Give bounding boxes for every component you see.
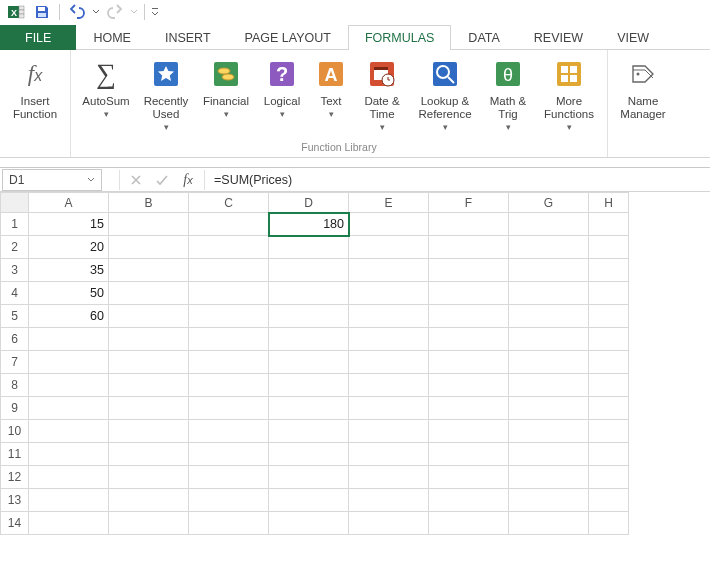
cell-G2[interactable] — [509, 236, 589, 259]
cell-B14[interactable] — [109, 512, 189, 535]
cell-G12[interactable] — [509, 466, 589, 489]
cell-E7[interactable] — [349, 351, 429, 374]
cell-A14[interactable] — [29, 512, 109, 535]
name-box[interactable]: D1 — [2, 169, 102, 191]
cell-C12[interactable] — [189, 466, 269, 489]
col-header-A[interactable]: A — [29, 193, 109, 213]
cell-F6[interactable] — [429, 328, 509, 351]
row-header-2[interactable]: 2 — [1, 236, 29, 259]
cell-D11[interactable] — [269, 443, 349, 466]
cell-C11[interactable] — [189, 443, 269, 466]
col-header-G[interactable]: G — [509, 193, 589, 213]
cell-A1[interactable]: 15 — [29, 213, 109, 236]
cell-F7[interactable] — [429, 351, 509, 374]
formula-input[interactable] — [208, 169, 710, 191]
autosum-button[interactable]: ∑ AutoSum ▾ — [79, 54, 133, 133]
col-header-F[interactable]: F — [429, 193, 509, 213]
cell-F10[interactable] — [429, 420, 509, 443]
cell-G6[interactable] — [509, 328, 589, 351]
cell-H14[interactable] — [589, 512, 629, 535]
cell-H12[interactable] — [589, 466, 629, 489]
cell-D8[interactable] — [269, 374, 349, 397]
cell-H2[interactable] — [589, 236, 629, 259]
cell-E2[interactable] — [349, 236, 429, 259]
cell-A12[interactable] — [29, 466, 109, 489]
cell-E8[interactable] — [349, 374, 429, 397]
tab-file[interactable]: FILE — [0, 25, 76, 50]
cell-B13[interactable] — [109, 489, 189, 512]
cell-E11[interactable] — [349, 443, 429, 466]
cell-G9[interactable] — [509, 397, 589, 420]
col-header-D[interactable]: D — [269, 193, 349, 213]
cell-A9[interactable] — [29, 397, 109, 420]
cell-C9[interactable] — [189, 397, 269, 420]
tab-page-layout[interactable]: PAGE LAYOUT — [228, 25, 348, 50]
redo-dropdown[interactable] — [129, 8, 139, 16]
math-trig-button[interactable]: θ Math & Trig ▾ — [483, 54, 533, 133]
cell-G14[interactable] — [509, 512, 589, 535]
col-header-B[interactable]: B — [109, 193, 189, 213]
cell-D5[interactable] — [269, 305, 349, 328]
cell-B11[interactable] — [109, 443, 189, 466]
row-header-13[interactable]: 13 — [1, 489, 29, 512]
cell-D13[interactable] — [269, 489, 349, 512]
recently-used-button[interactable]: Recently Used ▾ — [139, 54, 193, 133]
cell-B3[interactable] — [109, 259, 189, 282]
cell-G5[interactable] — [509, 305, 589, 328]
lookup-reference-button[interactable]: Lookup & Reference ▾ — [413, 54, 477, 133]
col-header-E[interactable]: E — [349, 193, 429, 213]
cell-A2[interactable]: 20 — [29, 236, 109, 259]
cell-A13[interactable] — [29, 489, 109, 512]
cell-F13[interactable] — [429, 489, 509, 512]
row-header-14[interactable]: 14 — [1, 512, 29, 535]
cell-H3[interactable] — [589, 259, 629, 282]
cell-E6[interactable] — [349, 328, 429, 351]
row-header-6[interactable]: 6 — [1, 328, 29, 351]
worksheet-grid[interactable]: ABCDEFGH11518022033545056067891011121314 — [0, 192, 710, 535]
cell-F1[interactable] — [429, 213, 509, 236]
insert-function-button[interactable]: fx Insert Function — [8, 54, 62, 121]
cell-H7[interactable] — [589, 351, 629, 374]
cell-A11[interactable] — [29, 443, 109, 466]
undo-dropdown[interactable] — [91, 8, 101, 16]
row-header-1[interactable]: 1 — [1, 213, 29, 236]
cell-G1[interactable] — [509, 213, 589, 236]
cell-E9[interactable] — [349, 397, 429, 420]
cell-H10[interactable] — [589, 420, 629, 443]
cell-C2[interactable] — [189, 236, 269, 259]
cell-A5[interactable]: 60 — [29, 305, 109, 328]
cell-C5[interactable] — [189, 305, 269, 328]
cell-E14[interactable] — [349, 512, 429, 535]
cell-B2[interactable] — [109, 236, 189, 259]
cell-H8[interactable] — [589, 374, 629, 397]
cell-F12[interactable] — [429, 466, 509, 489]
cell-D14[interactable] — [269, 512, 349, 535]
col-header-C[interactable]: C — [189, 193, 269, 213]
cell-D6[interactable] — [269, 328, 349, 351]
cell-D12[interactable] — [269, 466, 349, 489]
cell-D10[interactable] — [269, 420, 349, 443]
tab-formulas[interactable]: FORMULAS — [348, 25, 451, 50]
cell-C7[interactable] — [189, 351, 269, 374]
cell-H6[interactable] — [589, 328, 629, 351]
cell-B7[interactable] — [109, 351, 189, 374]
cell-D7[interactable] — [269, 351, 349, 374]
cell-B10[interactable] — [109, 420, 189, 443]
select-all-corner[interactable] — [1, 193, 29, 213]
name-manager-button[interactable]: Name Manager — [616, 54, 670, 121]
date-time-button[interactable]: Date & Time ▾ — [357, 54, 407, 133]
cell-C10[interactable] — [189, 420, 269, 443]
cell-A10[interactable] — [29, 420, 109, 443]
cell-G3[interactable] — [509, 259, 589, 282]
more-functions-button[interactable]: More Functions ▾ — [539, 54, 599, 133]
redo-button[interactable] — [103, 2, 127, 22]
tab-insert[interactable]: INSERT — [148, 25, 228, 50]
cell-B8[interactable] — [109, 374, 189, 397]
tab-data[interactable]: DATA — [451, 25, 516, 50]
cell-F2[interactable] — [429, 236, 509, 259]
cell-C14[interactable] — [189, 512, 269, 535]
cell-C13[interactable] — [189, 489, 269, 512]
cell-B12[interactable] — [109, 466, 189, 489]
cell-B9[interactable] — [109, 397, 189, 420]
tab-view[interactable]: VIEW — [600, 25, 666, 50]
